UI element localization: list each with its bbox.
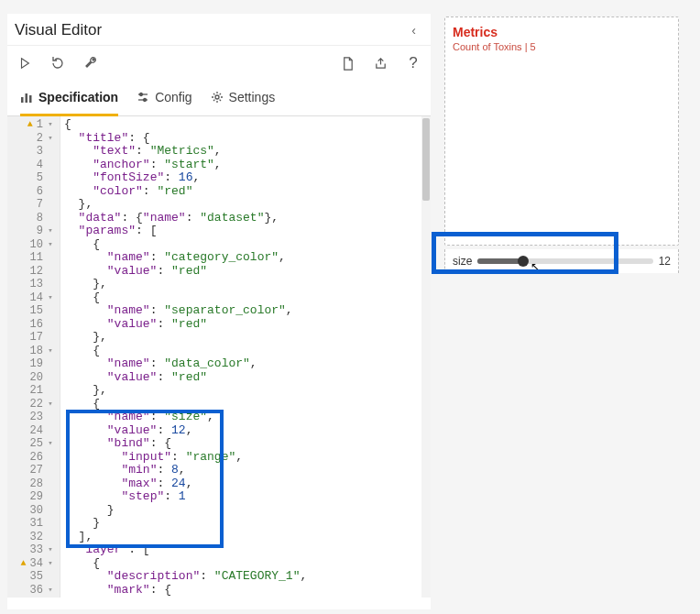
preview-panel: Metrics Count of Toxins | 5 size ↖ 12 (444, 16, 679, 273)
code-line[interactable]: "name": "data_color", (64, 357, 431, 371)
code-line[interactable]: "value": "red" (64, 318, 431, 332)
new-document-icon[interactable] (339, 55, 355, 71)
gutter-line: 3 (7, 145, 60, 159)
gutter-line: 29 (7, 490, 60, 504)
metrics-subtitle: Count of Toxins | 5 (453, 41, 671, 52)
fold-icon[interactable]: ▾ (47, 584, 54, 598)
svg-point-7 (144, 99, 147, 102)
gutter-line: 32 (7, 531, 60, 544)
code-line[interactable]: "color": "red" (64, 185, 431, 199)
code-line[interactable]: "name": "separator_color", (64, 304, 431, 318)
code-line[interactable]: "step": 1 (64, 490, 431, 504)
code-line[interactable]: "description": "CATEGORY_1", (64, 570, 431, 584)
code-line[interactable]: "layer": [ (64, 543, 431, 557)
help-icon[interactable]: ? (405, 55, 421, 71)
code-line[interactable]: "fontSize": 16, (64, 171, 431, 185)
gutter-line: 12 (7, 265, 60, 279)
editor-tabs: Specification Config Settings (7, 79, 431, 116)
gutter-line: 33▾ (7, 543, 60, 557)
wrench-icon[interactable] (82, 55, 99, 71)
code-line[interactable]: "params": [ (64, 225, 431, 238)
code-line[interactable]: }, (64, 198, 431, 212)
svg-rect-2 (26, 93, 28, 103)
code-content[interactable]: { "title": { "text": "Metrics", "anchor"… (60, 116, 431, 598)
slider-thumb[interactable] (518, 256, 529, 267)
code-line[interactable]: "data": {"name": "dataset"}, (64, 212, 431, 225)
scroll-thumb[interactable] (422, 118, 430, 201)
size-slider[interactable]: ↖ (477, 258, 652, 264)
fold-icon[interactable]: ▾ (47, 118, 54, 132)
code-line[interactable]: "mark": { (64, 584, 431, 598)
warning-icon: ▲ (27, 118, 33, 132)
fold-icon[interactable]: ▾ (47, 557, 54, 571)
code-line[interactable]: } (64, 517, 431, 531)
gutter-line: 19 (7, 357, 60, 371)
code-line[interactable]: }, (64, 384, 431, 398)
code-line[interactable]: { (64, 345, 431, 358)
code-line[interactable]: "input": "range", (64, 451, 431, 465)
reset-icon[interactable] (49, 55, 66, 71)
code-line[interactable]: { (64, 398, 431, 411)
scrollbar[interactable] (421, 116, 431, 598)
slider-fill (477, 258, 523, 264)
fold-icon[interactable]: ▾ (47, 543, 54, 557)
tab-label: Settings (229, 90, 276, 104)
line-gutter: ▲1▾2▾3456789▾10▾11121314▾15161718▾192021… (7, 116, 60, 598)
code-line[interactable]: "text": "Metrics", (64, 145, 431, 159)
sliders-icon (137, 91, 149, 104)
fold-icon[interactable]: ▾ (47, 345, 54, 358)
editor-title: Visual Editor (15, 21, 102, 39)
gutter-line: 28 (7, 477, 60, 491)
gear-icon (211, 91, 224, 104)
fold-icon[interactable]: ▾ (47, 437, 54, 451)
tab-settings[interactable]: Settings (211, 90, 276, 116)
code-line[interactable]: { (64, 118, 431, 132)
code-line[interactable]: "value": "red" (64, 371, 431, 385)
code-line[interactable]: { (64, 291, 431, 305)
collapse-caret-icon[interactable]: ‹ (406, 21, 421, 39)
code-line[interactable]: { (64, 557, 431, 571)
code-line[interactable]: ], (64, 531, 431, 544)
gutter-line: 18▾ (7, 345, 60, 358)
gutter-line: 4 (7, 159, 60, 172)
gutter-line: ▲34▾ (7, 557, 60, 571)
gutter-line: 31 (7, 517, 60, 531)
gutter-line: ▲1▾ (7, 118, 60, 132)
tab-specification[interactable]: Specification (20, 90, 118, 116)
editor-header: Visual Editor ‹ (7, 14, 431, 46)
gutter-line: 35 (7, 570, 60, 584)
editor-toolbar: ? (7, 46, 431, 79)
code-line[interactable]: { (64, 238, 431, 252)
tab-config[interactable]: Config (137, 90, 191, 116)
code-line[interactable]: }, (64, 278, 431, 291)
gutter-line: 2▾ (7, 132, 60, 146)
fold-icon[interactable]: ▾ (47, 225, 54, 238)
code-line[interactable]: "anchor": "start", (64, 159, 431, 172)
gutter-line: 24 (7, 424, 60, 438)
gutter-line: 14▾ (7, 291, 60, 305)
gutter-line: 10▾ (7, 238, 60, 252)
fold-icon[interactable]: ▾ (47, 398, 54, 411)
code-line[interactable]: "value": 12, (64, 424, 431, 438)
code-line[interactable]: "max": 24, (64, 477, 431, 491)
cursor-icon: ↖ (530, 260, 540, 273)
code-line[interactable]: "min": 8, (64, 464, 431, 477)
code-line[interactable]: "title": { (64, 132, 431, 146)
gutter-line: 23 (7, 411, 60, 424)
code-line[interactable]: } (64, 504, 431, 518)
code-line[interactable]: }, (64, 331, 431, 345)
share-icon[interactable] (372, 55, 388, 71)
fold-icon[interactable]: ▾ (47, 238, 54, 252)
svg-rect-3 (29, 95, 32, 103)
code-line[interactable]: "name": "category_color", (64, 251, 431, 265)
gutter-line: 15 (7, 304, 60, 318)
slider-value: 12 (659, 255, 671, 268)
code-line[interactable]: "bind": { (64, 437, 431, 451)
code-editor[interactable]: ▲1▾2▾3456789▾10▾11121314▾15161718▾192021… (7, 116, 431, 598)
code-line[interactable]: "value": "red" (64, 265, 431, 279)
play-icon[interactable] (16, 55, 33, 71)
gutter-line: 30 (7, 504, 60, 518)
code-line[interactable]: "name": "size", (64, 411, 431, 424)
fold-icon[interactable]: ▾ (47, 291, 54, 305)
fold-icon[interactable]: ▾ (47, 132, 54, 146)
